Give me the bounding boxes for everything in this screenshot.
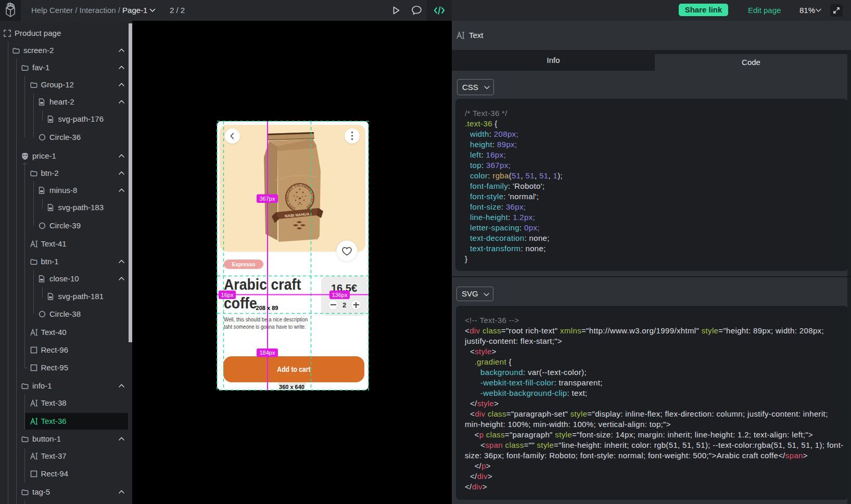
- svg-text:208 x 89: 208 x 89: [256, 305, 278, 311]
- svg-text:184px: 184px: [260, 350, 275, 356]
- svg-text:360 x 640: 360 x 640: [279, 384, 304, 390]
- svg-text:16px: 16px: [221, 292, 234, 298]
- svg-text:367px: 367px: [260, 196, 275, 202]
- svg-text:136px: 136px: [332, 292, 348, 298]
